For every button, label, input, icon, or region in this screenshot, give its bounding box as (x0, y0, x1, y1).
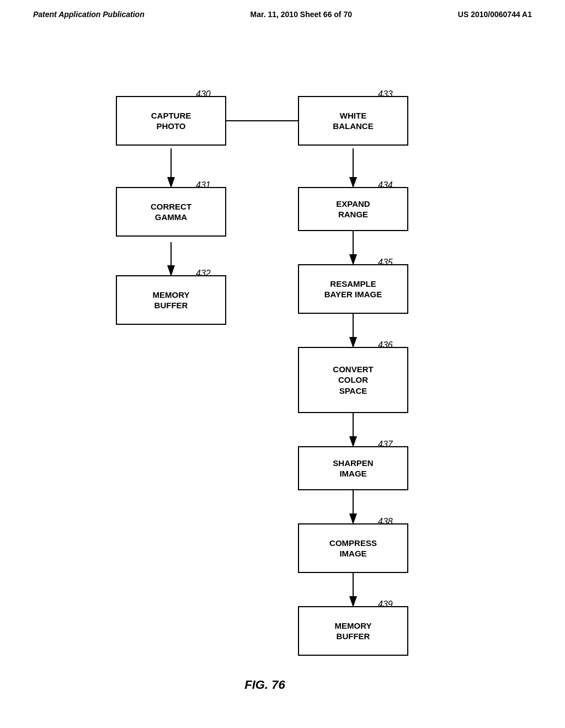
ref-435: 435 (378, 258, 393, 267)
figure-label: FIG. 76 (210, 678, 320, 692)
diagram-area: CAPTURE PHOTO 430 CORRECT GAMMA 431 MEMO… (0, 24, 565, 697)
ref-437: 437 (378, 440, 393, 449)
node-memory-buffer-1: MEMORY BUFFER (116, 275, 226, 325)
header-publication: Patent Application Publication (33, 10, 145, 19)
ref-431: 431 (196, 180, 211, 190)
node-sharpen-image: SHARPEN IMAGE (298, 446, 408, 490)
node-memory-buffer-2: MEMORY BUFFER (298, 606, 408, 656)
node-resample-bayer: RESAMPLE BAYER IMAGE (298, 264, 408, 314)
ref-438: 438 (378, 517, 393, 527)
node-white-balance: WHITE BALANCE (298, 96, 408, 146)
header-date-sheet: Mar. 11, 2010 Sheet 66 of 70 (250, 10, 352, 19)
node-correct-gamma: CORRECT GAMMA (116, 187, 226, 237)
ref-436: 436 (378, 340, 393, 350)
ref-432: 432 (196, 269, 211, 279)
node-capture-photo: CAPTURE PHOTO (116, 96, 226, 146)
header-patent-number: US 2010/0060744 A1 (458, 10, 532, 19)
node-compress-image: COMPRESS IMAGE (298, 523, 408, 573)
node-convert-color: CONVERT COLOR SPACE (298, 347, 408, 413)
ref-430: 430 (196, 89, 211, 99)
ref-439: 439 (378, 599, 393, 609)
ref-433: 433 (378, 89, 393, 99)
page-header: Patent Application Publication Mar. 11, … (0, 0, 565, 24)
ref-434: 434 (378, 180, 393, 190)
arrows-svg (0, 24, 565, 697)
node-expand-range: EXPAND RANGE (298, 187, 408, 231)
